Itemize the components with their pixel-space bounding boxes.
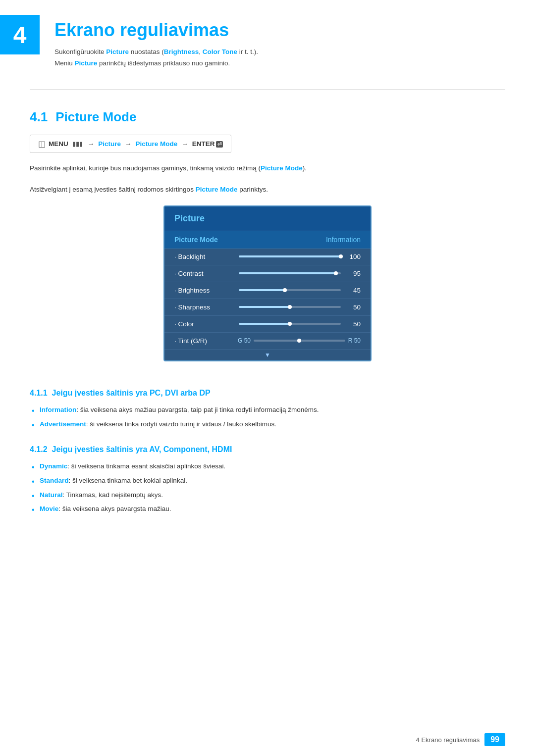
picture-mode-value: Information [326,236,361,244]
contrast-bar [239,272,341,274]
grid-icon: ▮▮▮ [72,140,83,148]
color-label: · Color [174,320,234,328]
section-412-title: 4.1.2 Jeigu įvesties šaltinis yra AV, Co… [30,445,505,454]
chapter-header: 4 Ekrano reguliavimas Sukonfigūruokite P… [0,0,535,79]
sharpness-bar [239,306,341,308]
backlight-value: 100 [346,253,361,260]
divider [30,89,505,90]
backlight-label: · Backlight [174,253,234,260]
section-411-title: 4.1.1 Jeigu įvesties šaltinis yra PC, DV… [30,389,505,398]
section-412-list: Dynamic: ši veiksena tinkama esant skais… [30,461,505,515]
sharpness-value: 50 [346,303,361,311]
color-fill [239,323,290,325]
picture-menu-container: Picture Picture Mode Information · Backl… [30,205,505,361]
backlight-dot [339,254,343,258]
menu-path-picture: Picture [98,140,121,148]
backlight-row: · Backlight 100 [164,249,371,265]
tint-bar [254,340,345,342]
list-item: Standard: ši veiksena tinkama bet kokiai… [30,475,505,487]
arrow2: → [125,140,132,148]
tint-row: · Tint (G/R) G 50 R 50 [164,333,371,350]
description-line1: Pasirinkite aplinkai, kurioje bus naudoj… [30,163,505,174]
menu-path-picture-mode: Picture Mode [136,140,178,148]
contrast-row: · Contrast 95 [164,265,371,282]
footer-text: 4 Ekrano reguliavimas [416,736,480,744]
sharpness-fill [239,306,290,308]
tint-section: G 50 R 50 [238,337,361,344]
list-item: Information: šia veiksena akys mažiau pa… [30,404,505,416]
section-411-list: Information: šia veiksena akys mažiau pa… [30,404,505,430]
section-41: 4.1 Picture Mode ◫ MENU ▮▮▮ → Picture → … [0,100,535,381]
tint-label: · Tint (G/R) [174,337,234,345]
brightness-value: 45 [346,287,361,294]
chapter-number-block: 4 [0,15,40,54]
menu-label: MENU [49,140,68,148]
color-value: 50 [346,320,361,328]
section-41-number: 4.1 [30,109,48,125]
tint-r-label: R 50 [348,337,361,344]
scroll-indicator: ▼ [164,350,371,360]
arrow1: → [88,140,95,148]
brightness-label: · Brightness [174,287,234,294]
picture-menu-title: Picture [174,213,205,223]
sharpness-label: · Sharpness [174,303,234,311]
section-412: 4.1.2 Jeigu įvesties šaltinis yra AV, Co… [0,438,535,523]
list-item: Natural: Tinkamas, kad neįsitemptų akys. [30,490,505,501]
backlight-fill [239,255,341,257]
menu-path-enter: ENTER⏎ [192,140,223,148]
brightness-bar [239,289,341,291]
chapter-title: Ekrano reguliavimas [54,20,258,41]
picture-mode-label: Picture Mode [174,236,234,244]
section-411: 4.1.1 Jeigu įvesties šaltinis yra PC, DV… [0,381,535,438]
footer-page-number: 99 [484,733,505,746]
enter-icon: ⏎ [216,141,223,148]
color-row: · Color 50 [164,316,371,333]
backlight-bar [239,255,341,257]
tint-g-label: G 50 [238,337,251,344]
chapter-number: 4 [13,21,27,49]
chapter-title-block: Ekrano reguliavimas Sukonfigūruokite Pic… [54,15,258,69]
contrast-dot [334,271,338,275]
contrast-label: · Contrast [174,270,234,277]
list-item: Movie: šia veiksena akys pavargsta mažia… [30,504,505,515]
contrast-value: 95 [346,270,361,277]
brightness-row: · Brightness 45 [164,282,371,299]
chapter-subtitle-2: Meniu Picture parinkčių išdėstymas prikl… [54,58,258,69]
menu-path-box: ◫ MENU ▮▮▮ → Picture → Picture Mode → EN… [30,135,231,153]
brightness-dot [283,288,287,292]
menu-icon: ◫ [38,139,46,149]
list-item: Dynamic: ši veiksena tinkama esant skais… [30,461,505,472]
color-dot [288,322,292,326]
brightness-fill [239,289,285,291]
picture-menu: Picture Picture Mode Information · Backl… [163,205,372,361]
chapter-subtitle-1: Sukonfigūruokite Picture nuostatas (Brig… [54,47,258,58]
sharpness-row: · Sharpness 50 [164,299,371,316]
contrast-fill [239,272,336,274]
section-41-title: Picture Mode [55,109,136,125]
footer: 4 Ekrano reguliavimas 99 [416,733,505,746]
color-bar [239,323,341,325]
tint-dot [297,339,301,343]
picture-mode-row: Picture Mode Information [164,231,371,249]
picture-menu-header: Picture [164,206,371,231]
list-item: Advertisement: ši veiksena tinka rodyti … [30,419,505,430]
description-line2: Atsižvelgiant į esamą įvesties šaltinį r… [30,184,505,196]
sharpness-dot [288,305,292,309]
arrow3: → [181,140,188,148]
